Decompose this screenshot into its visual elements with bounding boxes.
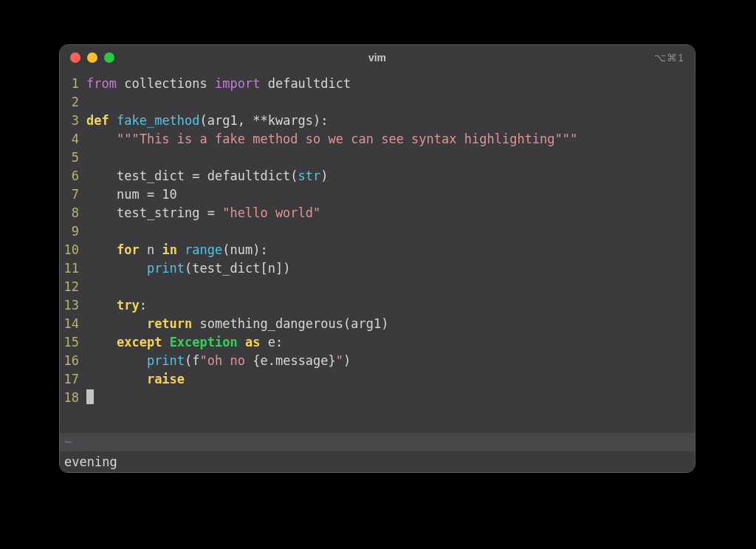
token-code: (f (185, 353, 199, 368)
token-code (238, 335, 245, 349)
line-number: 1 (60, 75, 86, 93)
code-content[interactable]: print(test_dict[n]) (86, 259, 290, 278)
code-content[interactable]: print(f"oh no {e.message}") (86, 352, 351, 370)
token-code: defaultdict (260, 76, 351, 91)
code-line[interactable]: 14 return something_dangerous(arg1) (60, 315, 695, 333)
code-content[interactable]: from collections import defaultdict (86, 75, 351, 93)
code-line[interactable]: 2 (60, 93, 695, 112)
code-line[interactable]: 8 test_string = "hello world" (60, 204, 695, 222)
code-line[interactable]: 16 print(f"oh no {e.message}") (60, 352, 695, 370)
token-imp: import (215, 76, 260, 91)
token-code: {e.message} (252, 353, 336, 368)
maximize-icon[interactable] (104, 52, 114, 63)
token-func: fake_method (117, 113, 200, 128)
code-line[interactable]: 13 try: (60, 296, 695, 315)
token-code (86, 242, 117, 257)
code-line[interactable]: 1from collections import defaultdict (60, 75, 695, 93)
line-number: 3 (60, 112, 86, 130)
line-number: 8 (60, 204, 86, 222)
code-line[interactable]: 9 (60, 222, 695, 241)
token-code (86, 353, 147, 368)
line-number: 5 (60, 149, 86, 167)
code-line[interactable]: 7 num = 10 (60, 185, 695, 204)
token-code: (num): (222, 242, 267, 257)
code-content[interactable]: num = 10 (86, 185, 177, 204)
token-code: e: (260, 335, 283, 349)
token-builtin: print (147, 261, 185, 276)
code-content[interactable] (86, 389, 94, 407)
token-code: collections (117, 76, 215, 91)
token-code (86, 316, 147, 331)
code-line[interactable]: 10 for n in range(num): (60, 241, 695, 259)
code-content[interactable]: return something_dangerous(arg1) (86, 315, 388, 333)
token-builtin: print (147, 353, 185, 368)
code-content[interactable]: try: (86, 296, 147, 315)
line-number: 15 (60, 333, 86, 352)
token-code (162, 335, 169, 349)
code-line[interactable]: 17 raise (60, 370, 695, 389)
close-icon[interactable] (70, 52, 80, 63)
token-code: ) (343, 353, 351, 368)
status-bar: evening (60, 451, 695, 472)
terminal-window: vim ⌥⌘1 1from collections import default… (59, 44, 695, 473)
token-code (86, 132, 117, 146)
token-code: num = 10 (86, 187, 177, 202)
terminal-body[interactable]: 1from collections import defaultdict23de… (60, 70, 695, 472)
token-code: : (140, 298, 147, 313)
line-number: 16 (60, 352, 86, 370)
line-number: 17 (60, 370, 86, 389)
editor-area[interactable]: 1from collections import defaultdict23de… (60, 70, 695, 433)
token-imp: from (86, 76, 117, 91)
token-kw: in (162, 242, 176, 257)
token-code: test_string = (86, 205, 222, 220)
token-code (86, 372, 147, 386)
token-code: (arg1, **kwargs): (200, 113, 329, 128)
code-line[interactable]: 6 test_dict = defaultdict(str) (60, 167, 695, 185)
line-number: 11 (60, 259, 86, 278)
cursor (86, 389, 94, 404)
code-content[interactable]: except Exception as e: (86, 333, 283, 352)
token-kw: def (86, 113, 109, 128)
line-number: 2 (60, 93, 86, 112)
code-content[interactable]: raise (86, 370, 185, 389)
line-number: 4 (60, 130, 86, 149)
token-code: test_dict = defaultdict( (86, 168, 298, 183)
traffic-lights (60, 52, 114, 63)
token-builtin: range (185, 242, 222, 257)
code-line[interactable]: 18 (60, 389, 695, 407)
window-shortcut: ⌥⌘1 (654, 52, 684, 64)
code-line[interactable]: 3def fake_method(arg1, **kwargs): (60, 112, 695, 130)
code-line[interactable]: 12 (60, 278, 695, 296)
token-code (86, 298, 117, 313)
code-line[interactable]: 5 (60, 149, 695, 167)
token-exc: Exception (170, 335, 238, 349)
token-str: " (336, 353, 343, 368)
token-code (177, 242, 185, 257)
token-str: "hello world" (222, 205, 320, 220)
code-content[interactable]: test_dict = defaultdict(str) (86, 167, 329, 185)
code-content[interactable]: """This is a fake method so we can see s… (86, 130, 577, 149)
token-code: n (140, 242, 162, 257)
token-kw: try (117, 298, 140, 313)
token-kw: for (117, 242, 140, 257)
code-content[interactable]: for n in range(num): (86, 241, 268, 259)
line-number: 14 (60, 315, 86, 333)
token-code: something_dangerous(arg1) (192, 316, 388, 331)
code-content[interactable]: def fake_method(arg1, **kwargs): (86, 112, 329, 130)
token-code (86, 261, 147, 276)
token-code: ) (320, 168, 328, 183)
code-content[interactable]: test_string = "hello world" (86, 204, 320, 222)
code-line[interactable]: 15 except Exception as e: (60, 333, 695, 352)
token-str: """This is a fake method so we can see s… (117, 132, 577, 146)
code-line[interactable]: 11 print(test_dict[n]) (60, 259, 695, 278)
line-number: 12 (60, 278, 86, 296)
code-line[interactable]: 4 """This is a fake method so we can see… (60, 130, 695, 149)
line-number: 13 (60, 296, 86, 315)
line-number: 10 (60, 241, 86, 259)
token-str: "oh no (200, 353, 253, 368)
line-number: 6 (60, 167, 86, 185)
window-title: vim (60, 52, 695, 64)
minimize-icon[interactable] (87, 52, 97, 63)
token-code (86, 335, 117, 349)
token-kw: raise (147, 372, 185, 386)
